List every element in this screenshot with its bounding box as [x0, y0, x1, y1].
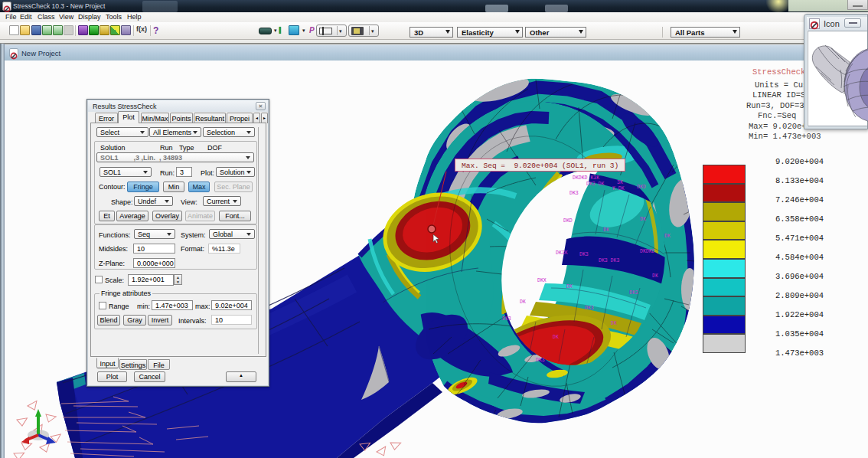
- svg-text:3K: 3K: [617, 180, 623, 185]
- svg-text:DK3 DK: DK3 DK: [586, 182, 605, 187]
- svg-text:DK: DK: [520, 299, 526, 305]
- svg-text:DKDKD K3K: DKDKD K3K: [573, 175, 599, 181]
- svg-text:DK3: DK3: [502, 316, 511, 322]
- svg-text:DK3: DK3: [585, 306, 594, 311]
- svg-text:DK3 DK3: DK3 DK3: [599, 258, 619, 263]
- svg-text:DK: DK: [553, 335, 559, 340]
- svg-text:DK3: DK3: [536, 358, 545, 363]
- svg-text:DKDKD: DKDKD: [640, 249, 655, 254]
- svg-text:DK: DK: [652, 273, 658, 279]
- svg-text:DK: DK: [566, 284, 573, 290]
- svg-text:DKD: DKD: [563, 218, 573, 224]
- svg-text:DK: DK: [640, 217, 646, 222]
- svg-text:DKD: DKD: [637, 185, 646, 190]
- svg-text:DK: DK: [664, 234, 671, 239]
- svg-text:DK: DK: [603, 227, 609, 233]
- svg-text:DKX: DKX: [537, 278, 547, 283]
- svg-text:DK: DK: [611, 321, 617, 326]
- svg-text:DK3: DK3: [629, 290, 638, 296]
- svg-text:DK3: DK3: [569, 191, 579, 196]
- svg-text:DK3: DK3: [579, 252, 589, 257]
- svg-text:K DK: K DK: [612, 186, 625, 191]
- svg-text:DK3K: DK3K: [556, 250, 568, 256]
